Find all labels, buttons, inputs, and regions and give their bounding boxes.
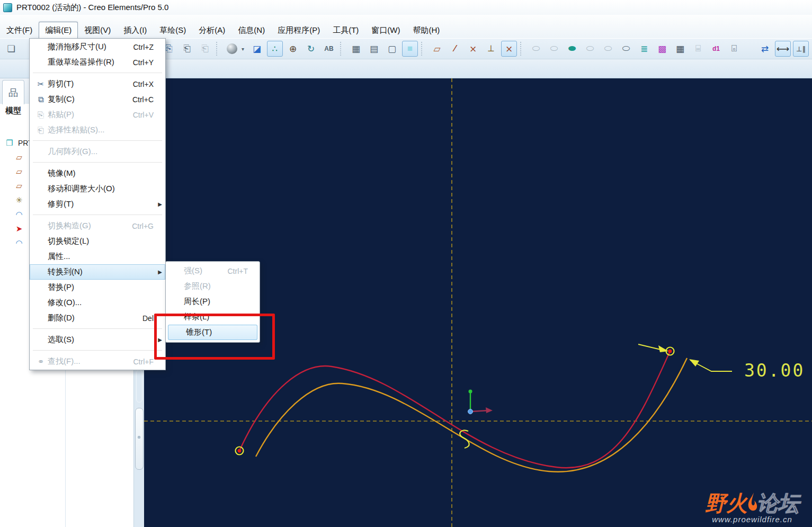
toolbar-icon-glyph: ⨯ <box>505 43 513 55</box>
edit-mirror[interactable]: 镜像(M) <box>30 166 165 181</box>
layers-icon[interactable]: ≣ <box>636 41 652 57</box>
edit-copy[interactable]: ⧉ 复制(C) Ctrl+C <box>30 92 165 107</box>
annotation-visibility-icon[interactable]: ⬭ <box>582 41 598 57</box>
coordinate-system-marker[interactable] <box>468 390 493 414</box>
menu-tools[interactable]: 工具(T) <box>326 22 365 38</box>
menu-analysis[interactable]: 分析(A) <box>192 22 231 38</box>
menu-info[interactable]: 信息(N) <box>231 22 271 38</box>
render-settings-icon[interactable]: ⌸ <box>690 41 706 57</box>
toolbar-icon-glyph: ⟷ <box>777 43 789 55</box>
zoom-in-icon[interactable]: ⊕ <box>285 41 301 57</box>
dimension-leader-left[interactable] <box>638 344 668 352</box>
edit-convert-to[interactable]: 转换到(N) ▶ <box>30 264 165 280</box>
convert-strong[interactable]: 强(S) Ctrl+T <box>166 263 260 279</box>
menu-edit[interactable]: 编辑(E) <box>39 22 78 38</box>
wireframe-display-icon[interactable]: ▦ <box>348 41 364 57</box>
hidden-line-display-icon[interactable]: ▤ <box>366 41 382 57</box>
toolbar-icon-glyph: ⬬ <box>568 43 576 54</box>
constraint-display-toggle-icon[interactable]: ⊥∥ <box>793 41 809 57</box>
edit-toggle-construction[interactable]: 切换构造(G) Ctrl+G <box>30 218 165 234</box>
axis-display-toggle-icon[interactable]: ⁄ <box>447 41 463 57</box>
edit-cut[interactable]: ✂ 剪切(T) Ctrl+X <box>30 76 165 92</box>
toolbar-icon-glyph: ≣ <box>640 43 648 55</box>
menu-applications[interactable]: 应用程序(P) <box>271 22 326 38</box>
menu-item-icon: ✂ <box>34 79 48 89</box>
toolbar-icon-glyph: ⎘ <box>165 43 173 54</box>
convert-reference[interactable]: 参照(R) <box>166 279 260 294</box>
environment-icon[interactable]: ⌻ <box>726 41 742 57</box>
relations-map-icon[interactable]: ▩ <box>654 41 670 57</box>
toolbar-separator <box>520 42 525 56</box>
model-tree-tab[interactable]: 品 <box>2 80 24 104</box>
csys-display-toggle-icon[interactable]: ⟂ <box>483 41 499 57</box>
scrollbar-thumb[interactable] <box>135 408 144 470</box>
model-info-table-icon[interactable]: ▦ <box>672 41 688 57</box>
reorient-view-icon[interactable]: ↻ <box>303 41 319 57</box>
menu-label: 工具(T) <box>333 25 359 35</box>
window-activate-icon[interactable]: ⇄ <box>757 41 773 57</box>
no-hidden-display-icon[interactable]: ▢ <box>384 41 400 57</box>
edit-geometry-pattern[interactable]: 几何阵列(G)... <box>30 144 165 159</box>
datum-visibility-icon[interactable]: ⬭ <box>546 41 562 57</box>
dimension-info-icon[interactable]: d1 <box>708 41 724 57</box>
plane-display-toggle-icon[interactable]: ▱ <box>429 41 445 57</box>
edit-move-resize[interactable]: 移动和调整大小(O) <box>30 181 165 196</box>
point-display-toggle-icon[interactable]: ⨯ <box>465 41 481 57</box>
menu-label: 视图(V) <box>84 25 111 35</box>
menu-help[interactable]: 帮助(H) <box>406 22 446 38</box>
edit-properties[interactable]: 属性... <box>30 249 165 264</box>
menu-label: 分析(A) <box>199 25 225 35</box>
paste-special-icon[interactable]: ⎗ <box>197 41 213 57</box>
edit-trim[interactable]: 修剪(T) ▶ <box>30 196 165 212</box>
menu-separator <box>30 159 165 166</box>
edit-paste-special[interactable]: ⎗ 选择性粘贴(S)... <box>30 122 165 138</box>
menu-sketch[interactable]: 草绘(S) <box>153 22 192 38</box>
paste-clipboard-icon[interactable]: ⎗ <box>179 41 195 57</box>
edit-redo[interactable]: 重做草绘器操作(R) Ctrl+Y <box>30 55 165 70</box>
toolbar-icon-glyph: ● <box>227 43 237 54</box>
convert-perimeter[interactable]: 周长(P) <box>166 294 260 309</box>
dimension-value[interactable]: 30.00 <box>744 360 805 381</box>
red-spline-curve[interactable] <box>239 351 670 468</box>
menu-bar: 文件(F)编辑(E)视图(V)插入(I)草绘(S)分析(A)信息(N)应用程序(… <box>0 15 812 38</box>
menu-separator <box>30 212 165 218</box>
shaded-visibility-icon[interactable]: ⬬ <box>564 41 580 57</box>
app-icon <box>3 3 12 12</box>
menu-insert[interactable]: 插入(I) <box>117 22 153 38</box>
sketch-orientation-icon[interactable]: ◪ <box>249 41 265 57</box>
dimension-leader-right[interactable] <box>689 359 732 371</box>
edit-paste[interactable]: ⎘ 粘贴(P) Ctrl+V <box>30 107 165 122</box>
shading-mode-icon[interactable]: ● <box>224 41 240 57</box>
toolbar-separator <box>216 42 221 56</box>
edit-menu-dropdown: 撤消拖移尺寸(U) Ctrl+Z 重做草绘器操作(R) Ctrl+Y ✂ 剪切(… <box>29 38 166 370</box>
tree-node-icon: ▱ <box>13 153 25 162</box>
point-tag-display-toggle-icon[interactable]: ⨯ <box>501 41 517 57</box>
tree-node-icon: ◠ <box>13 238 25 248</box>
menu-window[interactable]: 窗口(W) <box>365 22 406 38</box>
toolbar-icon-glyph: d1 <box>712 45 720 52</box>
shading-dropdown-arrow-icon[interactable]: ▾ <box>239 41 247 57</box>
edit-delete[interactable]: 删除(D) Del <box>30 310 165 326</box>
toolbar-icon-glyph: ⬭ <box>586 43 594 54</box>
menu-view[interactable]: 视图(V) <box>78 22 117 38</box>
menu-label: 应用程序(P) <box>278 25 320 35</box>
edit-select[interactable]: 选取(S) ▶ <box>30 332 165 347</box>
repaint-visibility-icon[interactable]: ⬭ <box>618 41 634 57</box>
shaded-display-icon[interactable]: ■ <box>402 41 418 57</box>
menu-file[interactable]: 文件(F) <box>0 22 39 38</box>
dimension-display-toggle-icon[interactable]: ⟷ <box>775 41 791 57</box>
datum-points-icon[interactable]: ∴ <box>267 41 283 57</box>
left-endpoint-marker[interactable] <box>236 447 244 455</box>
yellow-spline-curve[interactable] <box>256 358 687 472</box>
new-file-icon[interactable]: ❏ <box>3 41 19 57</box>
saved-views-icon[interactable]: AB <box>321 41 337 57</box>
edit-toggle-lock[interactable]: 切换锁定(L) <box>30 234 165 249</box>
edit-find[interactable]: ⚭ 查找(F)... Ctrl+F <box>30 354 165 369</box>
toolbar-icon-glyph: ▩ <box>658 43 666 55</box>
toolbar-icon-glyph: ⊕ <box>289 43 297 55</box>
clipboard-visibility-icon[interactable]: ⬭ <box>600 41 616 57</box>
edit-modify[interactable]: 修改(O)... <box>30 295 165 310</box>
edit-undo[interactable]: 撤消拖移尺寸(U) Ctrl+Z <box>30 39 165 55</box>
edit-replace[interactable]: 替换(P) <box>30 280 165 295</box>
spin-center-toggle-icon[interactable]: ⬭ <box>528 41 544 57</box>
